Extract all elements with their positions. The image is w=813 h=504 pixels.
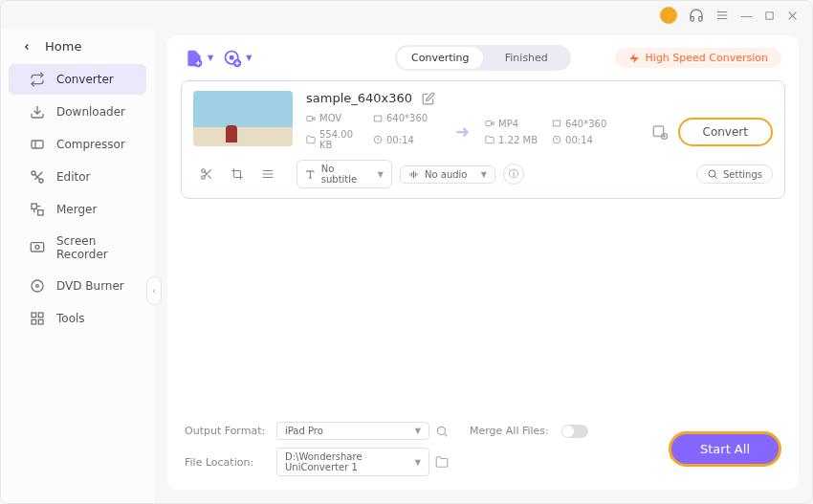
size-icon xyxy=(485,135,494,144)
sidebar: Home Converter Downloader Compressor Edi… xyxy=(1,30,154,503)
maximize-button[interactable] xyxy=(764,11,775,21)
svg-rect-3 xyxy=(766,11,773,18)
sidebar-item-merger[interactable]: Merger xyxy=(9,194,146,225)
output-format-select[interactable]: iPad Pro▼ xyxy=(276,422,429,440)
subtitle-select[interactable]: No subtitle ▼ xyxy=(297,160,392,188)
main-panel: ▼ ▼ Converting Finished High Speed Conve… xyxy=(167,35,799,490)
chevron-down-icon: ▼ xyxy=(481,170,487,179)
sidebar-item-label: Screen Recorder xyxy=(56,234,125,261)
minimize-button[interactable]: — xyxy=(740,9,753,23)
merge-toggle[interactable] xyxy=(561,425,588,438)
sidebar-item-label: Compressor xyxy=(56,138,125,151)
svg-rect-7 xyxy=(32,141,43,148)
svg-point-20 xyxy=(36,285,39,288)
svg-rect-22 xyxy=(38,313,43,318)
svg-rect-30 xyxy=(307,116,313,121)
chevron-down-icon: ▼ xyxy=(378,170,384,179)
svg-point-40 xyxy=(202,169,206,173)
chevron-down-icon: ▼ xyxy=(415,427,421,435)
size-icon xyxy=(306,135,316,144)
svg-rect-32 xyxy=(374,116,382,121)
sidebar-item-converter[interactable]: Converter xyxy=(9,64,146,95)
trim-button[interactable] xyxy=(195,163,218,186)
video-icon xyxy=(306,114,316,123)
editor-icon xyxy=(30,169,45,185)
support-icon[interactable] xyxy=(689,8,704,23)
top-bar: ▼ ▼ Converting Finished High Speed Conve… xyxy=(167,35,799,80)
close-button[interactable] xyxy=(786,10,799,22)
preview-icon[interactable] xyxy=(435,425,464,438)
high-speed-label: High Speed Conversion xyxy=(646,52,768,64)
file-location-label: File Location: xyxy=(185,456,271,469)
duration-icon xyxy=(373,135,383,144)
file-location-select[interactable]: D:\Wondershare UniConverter 1▼ xyxy=(276,448,429,476)
info-button[interactable]: ⓘ xyxy=(503,164,524,185)
add-file-button[interactable]: ▼ xyxy=(185,49,213,68)
svg-line-44 xyxy=(205,172,207,174)
tab-group: Converting Finished xyxy=(395,45,571,71)
video-thumbnail[interactable] xyxy=(193,91,293,146)
sidebar-item-dvd-burner[interactable]: DVD Burner xyxy=(9,271,146,301)
svg-line-43 xyxy=(208,175,210,178)
sidebar-item-label: Converter xyxy=(56,73,114,86)
tab-converting[interactable]: Converting xyxy=(397,47,483,69)
subtitle-icon xyxy=(305,169,316,180)
add-file-icon xyxy=(185,49,204,68)
subtitle-value: No subtitle xyxy=(321,164,372,185)
user-avatar[interactable] xyxy=(660,7,677,24)
tools-icon xyxy=(30,311,45,326)
chevron-down-icon: ▼ xyxy=(208,54,213,62)
tab-finished[interactable]: Finished xyxy=(483,47,569,69)
svg-marker-29 xyxy=(629,54,638,63)
lightning-icon xyxy=(628,53,640,64)
file-name: sample_640x360 xyxy=(306,91,412,105)
svg-rect-23 xyxy=(32,319,36,324)
resolution-icon xyxy=(552,119,561,128)
download-icon xyxy=(30,104,45,120)
chevron-down-icon: ▼ xyxy=(415,458,421,467)
merge-label: Merge All Files: xyxy=(470,425,556,437)
output-settings-icon[interactable] xyxy=(651,123,669,141)
arrow-right-icon: ➜ xyxy=(455,121,470,142)
svg-rect-36 xyxy=(553,121,560,126)
resolution-icon xyxy=(373,114,383,123)
audio-select[interactable]: No audio ▼ xyxy=(400,165,495,184)
add-dvd-icon xyxy=(223,49,242,68)
svg-line-56 xyxy=(714,176,716,178)
home-button[interactable]: Home xyxy=(1,33,154,59)
edit-name-icon[interactable] xyxy=(422,92,435,105)
source-spec: MOV 640*360 554.00 KB 00:14 xyxy=(306,113,440,150)
gear-search-icon xyxy=(707,168,718,180)
audio-icon xyxy=(408,169,419,180)
collapse-sidebar-button[interactable]: ‹ xyxy=(146,276,162,305)
file-settings-button[interactable]: Settings xyxy=(696,164,773,184)
sidebar-item-tools[interactable]: Tools xyxy=(9,303,146,334)
sidebar-item-screen-recorder[interactable]: Screen Recorder xyxy=(9,227,146,269)
sidebar-item-label: Merger xyxy=(56,203,97,216)
sidebar-item-downloader[interactable]: Downloader xyxy=(9,97,146,127)
crop-button[interactable] xyxy=(226,163,249,186)
svg-point-41 xyxy=(202,176,206,180)
menu-icon[interactable] xyxy=(715,9,729,22)
svg-point-57 xyxy=(437,427,445,434)
svg-rect-21 xyxy=(32,313,36,318)
dvd-icon xyxy=(30,278,45,294)
converter-icon xyxy=(30,72,45,87)
start-all-button[interactable]: Start All xyxy=(669,431,781,467)
sidebar-item-label: Downloader xyxy=(56,105,125,119)
sidebar-item-compressor[interactable]: Compressor xyxy=(9,129,146,160)
svg-rect-24 xyxy=(38,319,43,324)
convert-button[interactable]: Convert xyxy=(678,118,773,146)
add-dvd-button[interactable]: ▼ xyxy=(223,49,252,68)
open-folder-icon[interactable] xyxy=(435,455,464,469)
sidebar-item-editor[interactable]: Editor xyxy=(9,162,146,192)
svg-rect-17 xyxy=(31,243,43,252)
target-spec: MP4 640*360 1.22 MB 00:14 xyxy=(485,119,619,145)
bottom-bar: Output Format: iPad Pro▼ Merge All Files… xyxy=(167,412,799,490)
high-speed-badge[interactable]: High Speed Conversion xyxy=(615,48,781,68)
svg-point-27 xyxy=(231,55,233,58)
file-list: sample_640x360 MOV 640*360 554.00 KB 00:… xyxy=(167,80,799,412)
sidebar-item-label: DVD Burner xyxy=(56,279,124,293)
more-tools-button[interactable] xyxy=(256,163,279,186)
merger-icon xyxy=(30,202,45,217)
